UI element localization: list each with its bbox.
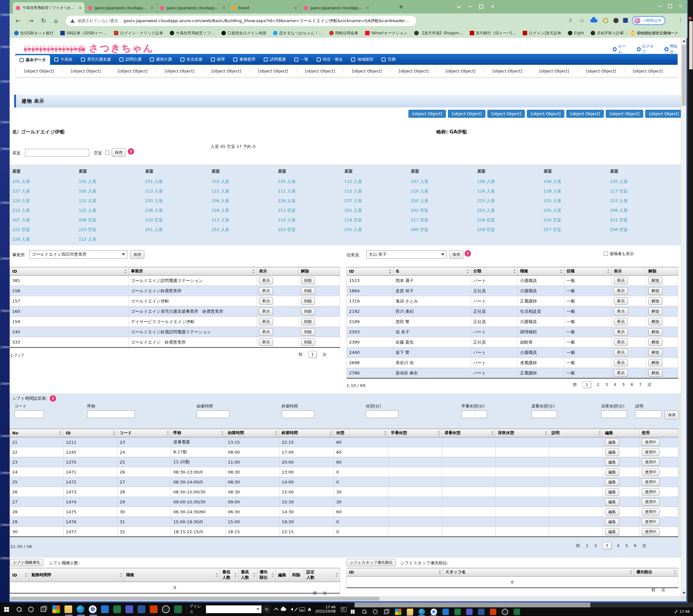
office-delete-button[interactable]: 削除 (301, 297, 315, 305)
pager-next[interactable]: 次 (661, 587, 666, 593)
close-icon[interactable]: × (491, 4, 495, 9)
main-nav-tab[interactable]: 通所介護 (146, 54, 176, 65)
room-link[interactable]: 102 入居 (79, 179, 96, 184)
taskbar-app-icon[interactable] (416, 607, 428, 616)
shift-field-input[interactable] (531, 410, 557, 418)
room-link[interactable]: 207 入居 (12, 218, 30, 222)
taskbar-app-icon[interactable] (392, 607, 404, 616)
pager-page[interactable]: 2 (594, 543, 597, 548)
other-bookmarks-button[interactable]: その他のブックマーク (639, 31, 678, 36)
sub-nav-item[interactable]: [object Object] (531, 69, 577, 74)
column-header[interactable]: 役職 (565, 267, 612, 276)
taskbar-app-icon[interactable] (62, 602, 75, 616)
browser-menu-icon[interactable]: ⋮ (678, 17, 683, 23)
action-button[interactable]: [object Object] (448, 110, 486, 118)
column-header[interactable]: 名 (393, 267, 471, 276)
room-link[interactable]: 117 空室 (610, 188, 628, 194)
room-link[interactable]: 257 空室 (543, 227, 561, 232)
onedrive-icon[interactable] (281, 608, 286, 611)
room-link[interactable]: 252 入居 (212, 227, 229, 232)
staff-release-button[interactable]: 解除 (648, 297, 662, 305)
room-link[interactable]: 227 入居 (12, 188, 30, 194)
taskbar-app-icon[interactable] (111, 602, 123, 616)
pager-page[interactable]: 3 (606, 382, 608, 387)
search-icon[interactable] (13, 607, 25, 612)
shift-edit-button[interactable]: 編集 (605, 488, 619, 496)
column-header[interactable]: 遅番休憩 (442, 429, 496, 437)
extension-ring-icon[interactable] (603, 18, 608, 23)
pager-page[interactable]: 3 (603, 542, 611, 549)
room-link[interactable]: 223 空室 (79, 227, 96, 232)
tab-close-icon[interactable]: ✕ (366, 6, 369, 10)
shift-field-input[interactable] (461, 410, 487, 418)
pager-page[interactable]: 4 (617, 543, 619, 548)
column-header[interactable]: 表示 (257, 267, 299, 276)
room-link[interactable]: 253 空室 (278, 227, 296, 232)
column-header[interactable]: 説明 (549, 429, 603, 437)
column-header[interactable]: 解除 (646, 267, 678, 276)
column-header[interactable]: ID (347, 267, 393, 276)
share-icon[interactable]: ⇧ (569, 18, 573, 23)
sub-nav-item[interactable]: [object Object] (296, 69, 343, 74)
room-link[interactable]: 213 入居 (212, 218, 229, 222)
room-link[interactable]: 238 入居 (145, 208, 163, 213)
pager-prev[interactable]: 前 (298, 352, 302, 357)
forward-icon[interactable]: → (28, 17, 33, 24)
pager-page[interactable]: 6 (634, 543, 636, 548)
room-link[interactable]: 237 入居 (344, 198, 362, 203)
pager-prev[interactable]: 前 (651, 587, 655, 593)
bookmark-item[interactable]: 月給手取り計算 (591, 31, 624, 36)
taskbar-app-icon[interactable] (75, 602, 87, 616)
taskbar-app-icon[interactable] (135, 602, 147, 616)
main-nav-tab[interactable]: 地域巡回 (347, 54, 377, 65)
office-show-button[interactable]: 表示 (259, 328, 273, 336)
room-link[interactable]: 255 入居 (344, 227, 362, 232)
ime-indicator[interactable]: A (308, 607, 311, 612)
taskbar-clock[interactable]: 17:46 (679, 610, 690, 614)
staff-show-button[interactable]: 表示 (614, 297, 628, 305)
staff-show-button[interactable]: 表示 (614, 318, 628, 325)
staff-release-button[interactable]: 解除 (648, 277, 662, 284)
room-link[interactable]: 118 入居 (543, 188, 561, 194)
bookmark-item[interactable]: 恋するなつおちゃん！… (273, 31, 322, 36)
taskbar-app-icon[interactable] (404, 607, 416, 616)
column-header[interactable]: 深夜休憩 (496, 429, 549, 437)
column-header[interactable]: 分類 (471, 267, 518, 276)
top-link[interactable]: ● 問合せ (665, 44, 681, 55)
task-view-icon[interactable] (37, 607, 50, 612)
touch-keyboard-icon[interactable] (299, 607, 305, 612)
browser-tab[interactable]: gasrv.japanwest.cloudapp.azure ✕ (300, 2, 372, 14)
shift-inuse-button[interactable]: 使用中 (642, 469, 660, 476)
column-header[interactable]: 設定 人数 (304, 568, 340, 582)
home-icon[interactable]: ⌂ (54, 17, 58, 24)
sub-nav-item[interactable]: [object Object] (484, 69, 531, 74)
main-nav-tab[interactable]: 労務 (377, 54, 400, 65)
pager-page[interactable]: 5 (622, 382, 625, 387)
staff-release-button[interactable]: 解除 (648, 308, 662, 315)
room-link[interactable]: 202 空室 (411, 208, 428, 213)
room-link[interactable]: 233 入居 (477, 198, 495, 203)
main-nav-tab[interactable]: 基本データ (15, 55, 50, 65)
column-header[interactable]: 解除 (299, 267, 340, 276)
room-link[interactable]: 226 入居 (278, 198, 296, 203)
room-link[interactable]: 105 入居 (79, 188, 96, 194)
pager-page[interactable]: 2 (597, 382, 599, 387)
room-link[interactable]: 110 入居 (411, 188, 428, 194)
room-link[interactable]: 226 入居 (12, 237, 30, 242)
room-link[interactable]: 258 空室 (477, 227, 495, 232)
column-header[interactable]: 最低 人数 (220, 568, 239, 582)
room-link[interactable]: 221 空室 (610, 218, 628, 222)
shift-field-input[interactable] (601, 410, 627, 418)
room-link[interactable]: 112 入居 (344, 179, 362, 184)
taskbar-app-icon[interactable] (511, 607, 523, 616)
office-delete-button[interactable]: 削除 (301, 318, 315, 325)
taskbar-clock[interactable]: 17:462022/10/08 (315, 605, 336, 613)
bookmark-item[interactable]: 岡崎信用金庫 (329, 31, 358, 36)
help-icon[interactable]: ? (128, 148, 134, 155)
staff-show-button[interactable]: 表示 (614, 369, 628, 377)
pager-next[interactable]: 次 (322, 352, 326, 357)
room-link[interactable]: 231 入居 (145, 179, 163, 184)
room-link[interactable]: 125 入居 (79, 208, 96, 213)
room-link[interactable]: 103 入居 (212, 179, 229, 184)
staff-show-button[interactable]: 表示 (614, 328, 628, 336)
